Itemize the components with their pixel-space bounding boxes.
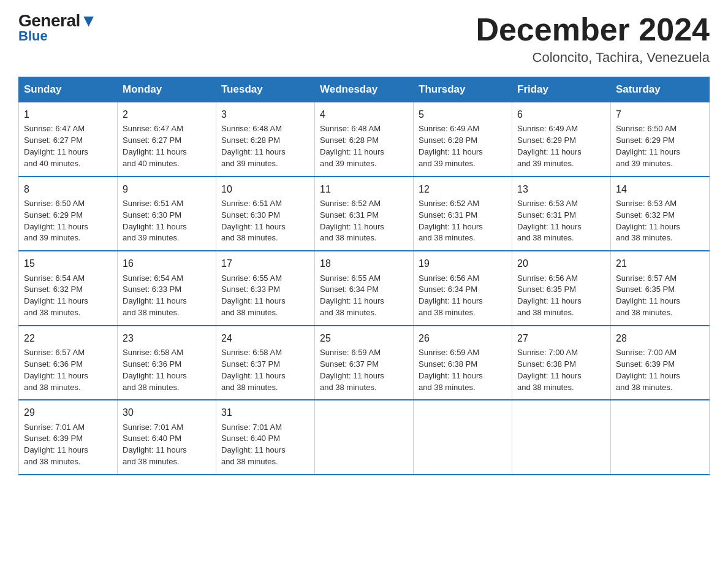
calendar-cell: 1Sunrise: 6:47 AM Sunset: 6:27 PM Daylig… xyxy=(19,102,118,177)
calendar-cell: 16Sunrise: 6:54 AM Sunset: 6:33 PM Dayli… xyxy=(118,251,216,326)
cell-info: Sunrise: 6:55 AM Sunset: 6:34 PM Dayligh… xyxy=(320,273,408,319)
calendar-cell: 5Sunrise: 6:49 AM Sunset: 6:28 PM Daylig… xyxy=(414,102,512,177)
calendar-cell: 9Sunrise: 6:51 AM Sunset: 6:30 PM Daylig… xyxy=(118,177,216,251)
cell-info: Sunrise: 6:56 AM Sunset: 6:35 PM Dayligh… xyxy=(517,273,605,319)
calendar-cell: 11Sunrise: 6:52 AM Sunset: 6:31 PM Dayli… xyxy=(315,177,414,251)
day-number: 9 xyxy=(123,182,211,196)
calendar-subtitle: Coloncito, Tachira, Venezuela xyxy=(476,50,710,66)
calendar-cell: 10Sunrise: 6:51 AM Sunset: 6:30 PM Dayli… xyxy=(216,177,315,251)
cell-info: Sunrise: 7:00 AM Sunset: 6:39 PM Dayligh… xyxy=(616,347,704,393)
cell-info: Sunrise: 6:48 AM Sunset: 6:28 PM Dayligh… xyxy=(320,123,408,169)
day-number: 22 xyxy=(24,331,112,345)
cell-info: Sunrise: 6:52 AM Sunset: 6:31 PM Dayligh… xyxy=(320,198,408,244)
cell-info: Sunrise: 6:59 AM Sunset: 6:37 PM Dayligh… xyxy=(320,347,408,393)
day-number: 2 xyxy=(123,107,211,121)
day-number: 7 xyxy=(616,107,704,121)
day-number: 31 xyxy=(221,405,309,419)
cell-info: Sunrise: 6:56 AM Sunset: 6:34 PM Dayligh… xyxy=(419,273,507,319)
day-number: 12 xyxy=(419,182,507,196)
day-number: 21 xyxy=(616,256,704,270)
calendar-title: December 2024 xyxy=(476,12,710,47)
calendar-week-row: 22Sunrise: 6:57 AM Sunset: 6:36 PM Dayli… xyxy=(19,326,710,400)
day-number: 28 xyxy=(616,331,704,345)
calendar-cell: 7Sunrise: 6:50 AM Sunset: 6:29 PM Daylig… xyxy=(611,102,710,177)
cell-info: Sunrise: 6:58 AM Sunset: 6:36 PM Dayligh… xyxy=(123,347,211,393)
cell-info: Sunrise: 6:48 AM Sunset: 6:28 PM Dayligh… xyxy=(221,123,309,169)
weekday-header-sunday: Sunday xyxy=(19,77,118,102)
weekday-header-monday: Monday xyxy=(118,77,216,102)
logo-bottom: Blue xyxy=(18,29,48,43)
calendar-week-row: 1Sunrise: 6:47 AM Sunset: 6:27 PM Daylig… xyxy=(19,102,710,177)
calendar-cell: 12Sunrise: 6:52 AM Sunset: 6:31 PM Dayli… xyxy=(414,177,512,251)
cell-info: Sunrise: 6:49 AM Sunset: 6:29 PM Dayligh… xyxy=(517,123,605,169)
day-number: 14 xyxy=(616,182,704,196)
weekday-header-saturday: Saturday xyxy=(611,77,710,102)
cell-info: Sunrise: 6:47 AM Sunset: 6:27 PM Dayligh… xyxy=(24,123,112,169)
calendar-cell: 23Sunrise: 6:58 AM Sunset: 6:36 PM Dayli… xyxy=(118,326,216,400)
cell-info: Sunrise: 6:54 AM Sunset: 6:32 PM Dayligh… xyxy=(24,273,112,319)
calendar-cell xyxy=(414,400,512,475)
cell-info: Sunrise: 6:54 AM Sunset: 6:33 PM Dayligh… xyxy=(123,273,211,319)
calendar-cell xyxy=(512,400,611,475)
day-number: 3 xyxy=(221,107,309,121)
day-number: 4 xyxy=(320,107,408,121)
logo: General▼ Blue xyxy=(18,12,97,43)
calendar-cell: 2Sunrise: 6:47 AM Sunset: 6:27 PM Daylig… xyxy=(118,102,216,177)
cell-info: Sunrise: 6:52 AM Sunset: 6:31 PM Dayligh… xyxy=(419,198,507,244)
calendar-cell: 21Sunrise: 6:57 AM Sunset: 6:35 PM Dayli… xyxy=(611,251,710,326)
day-number: 24 xyxy=(221,331,309,345)
calendar-cell: 27Sunrise: 7:00 AM Sunset: 6:38 PM Dayli… xyxy=(512,326,611,400)
calendar-cell: 26Sunrise: 6:59 AM Sunset: 6:38 PM Dayli… xyxy=(414,326,512,400)
calendar-cell: 14Sunrise: 6:53 AM Sunset: 6:32 PM Dayli… xyxy=(611,177,710,251)
calendar-cell xyxy=(315,400,414,475)
calendar-cell: 28Sunrise: 7:00 AM Sunset: 6:39 PM Dayli… xyxy=(611,326,710,400)
cell-info: Sunrise: 6:53 AM Sunset: 6:32 PM Dayligh… xyxy=(616,198,704,244)
day-number: 18 xyxy=(320,256,408,270)
title-block: December 2024 Coloncito, Tachira, Venezu… xyxy=(476,12,710,66)
calendar-cell: 6Sunrise: 6:49 AM Sunset: 6:29 PM Daylig… xyxy=(512,102,611,177)
calendar-cell: 13Sunrise: 6:53 AM Sunset: 6:31 PM Dayli… xyxy=(512,177,611,251)
weekday-header-friday: Friday xyxy=(512,77,611,102)
calendar-cell: 22Sunrise: 6:57 AM Sunset: 6:36 PM Dayli… xyxy=(19,326,118,400)
calendar-cell: 30Sunrise: 7:01 AM Sunset: 6:40 PM Dayli… xyxy=(118,400,216,475)
calendar-cell: 15Sunrise: 6:54 AM Sunset: 6:32 PM Dayli… xyxy=(19,251,118,326)
day-number: 11 xyxy=(320,182,408,196)
calendar-week-row: 29Sunrise: 7:01 AM Sunset: 6:39 PM Dayli… xyxy=(19,400,710,475)
calendar-cell: 19Sunrise: 6:56 AM Sunset: 6:34 PM Dayli… xyxy=(414,251,512,326)
day-number: 23 xyxy=(123,331,211,345)
day-number: 1 xyxy=(24,107,112,121)
cell-info: Sunrise: 6:50 AM Sunset: 6:29 PM Dayligh… xyxy=(24,198,112,244)
calendar-cell: 4Sunrise: 6:48 AM Sunset: 6:28 PM Daylig… xyxy=(315,102,414,177)
day-number: 30 xyxy=(123,405,211,419)
cell-info: Sunrise: 6:55 AM Sunset: 6:33 PM Dayligh… xyxy=(221,273,309,319)
cell-info: Sunrise: 6:51 AM Sunset: 6:30 PM Dayligh… xyxy=(123,198,211,244)
day-number: 19 xyxy=(419,256,507,270)
page-header: General▼ Blue December 2024 Coloncito, T… xyxy=(18,12,710,66)
calendar-cell: 18Sunrise: 6:55 AM Sunset: 6:34 PM Dayli… xyxy=(315,251,414,326)
calendar-table: SundayMondayTuesdayWednesdayThursdayFrid… xyxy=(18,77,710,475)
calendar-header-row: SundayMondayTuesdayWednesdayThursdayFrid… xyxy=(19,77,710,102)
cell-info: Sunrise: 6:58 AM Sunset: 6:37 PM Dayligh… xyxy=(221,347,309,393)
cell-info: Sunrise: 6:47 AM Sunset: 6:27 PM Dayligh… xyxy=(123,123,211,169)
day-number: 15 xyxy=(24,256,112,270)
day-number: 8 xyxy=(24,182,112,196)
cell-info: Sunrise: 7:00 AM Sunset: 6:38 PM Dayligh… xyxy=(517,347,605,393)
calendar-cell: 24Sunrise: 6:58 AM Sunset: 6:37 PM Dayli… xyxy=(216,326,315,400)
day-number: 27 xyxy=(517,331,605,345)
cell-info: Sunrise: 7:01 AM Sunset: 6:40 PM Dayligh… xyxy=(123,422,211,468)
cell-info: Sunrise: 7:01 AM Sunset: 6:40 PM Dayligh… xyxy=(221,422,309,468)
logo-top: General▼ xyxy=(18,12,97,29)
day-number: 29 xyxy=(24,405,112,419)
day-number: 17 xyxy=(221,256,309,270)
calendar-cell: 29Sunrise: 7:01 AM Sunset: 6:39 PM Dayli… xyxy=(19,400,118,475)
day-number: 26 xyxy=(419,331,507,345)
cell-info: Sunrise: 7:01 AM Sunset: 6:39 PM Dayligh… xyxy=(24,422,112,468)
calendar-cell: 25Sunrise: 6:59 AM Sunset: 6:37 PM Dayli… xyxy=(315,326,414,400)
day-number: 5 xyxy=(419,107,507,121)
calendar-cell: 20Sunrise: 6:56 AM Sunset: 6:35 PM Dayli… xyxy=(512,251,611,326)
day-number: 16 xyxy=(123,256,211,270)
calendar-week-row: 15Sunrise: 6:54 AM Sunset: 6:32 PM Dayli… xyxy=(19,251,710,326)
cell-info: Sunrise: 6:57 AM Sunset: 6:36 PM Dayligh… xyxy=(24,347,112,393)
weekday-header-tuesday: Tuesday xyxy=(216,77,315,102)
cell-info: Sunrise: 6:57 AM Sunset: 6:35 PM Dayligh… xyxy=(616,273,704,319)
